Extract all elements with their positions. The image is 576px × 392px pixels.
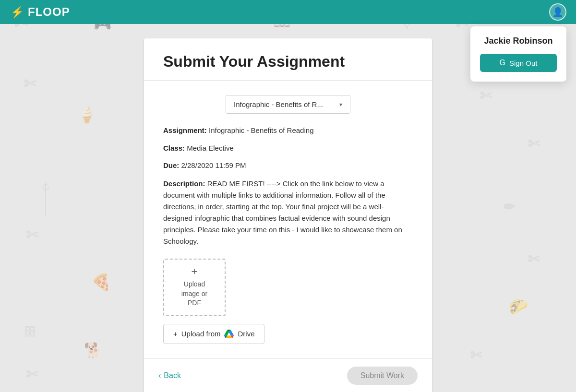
assignment-label: Assignment: — [163, 126, 207, 134]
card-header: Submit Your Assignment — [144, 38, 432, 81]
description-row: Description: READ ME FIRST! ----> Click … — [163, 178, 413, 247]
due-label: Due: — [163, 161, 179, 169]
upload-file-button[interactable]: + Upload image or PDF — [163, 259, 226, 316]
due-value: 2/28/2020 11:59 PM — [181, 161, 246, 169]
card-footer: ‹ Back Submit Work — [144, 358, 432, 392]
back-button[interactable]: ‹ Back — [158, 371, 181, 380]
svg-text:⚡: ⚡ — [11, 6, 24, 19]
assignment-row: Assignment: Infographic - Benefits of Re… — [163, 125, 413, 136]
class-row: Class: Media Elective — [163, 143, 413, 154]
description-label: Description: — [163, 179, 205, 188]
assignment-select-wrapper: Infographic - Benefits of R... ▾ — [163, 95, 413, 114]
floop-logo-icon: ⚡ — [10, 4, 25, 20]
logo-text: FLOOP — [28, 5, 70, 19]
submit-work-button[interactable]: Submit Work — [347, 367, 418, 385]
app-header: ⚡ FLOOP 👤 — [0, 0, 576, 24]
description-value: READ ME FIRST! ----> Click on the link b… — [163, 179, 402, 245]
card-body: Infographic - Benefits of R... ▾ Assignm… — [144, 81, 432, 358]
google-drive-icon — [224, 329, 234, 339]
plus-icon: + — [192, 266, 198, 277]
upload-section: + Upload image or PDF + Upload from — [163, 259, 413, 344]
class-label: Class: — [163, 144, 185, 152]
assignment-dropdown[interactable]: Infographic - Benefits of R... ▾ — [226, 95, 350, 114]
assignment-value: Infographic - Benefits of Reading — [209, 126, 313, 134]
avatar-button[interactable]: 👤 — [549, 3, 566, 21]
chevron-down-icon: ▾ — [339, 101, 342, 108]
assignment-card: Submit Your Assignment Infographic - Ben… — [144, 38, 432, 392]
google-icon: G — [500, 59, 505, 67]
upload-from-text: Upload from — [181, 330, 221, 338]
upload-from-drive-button[interactable]: + Upload from Drive — [163, 324, 264, 344]
drive-label: Drive — [238, 330, 254, 338]
page-title: Submit Your Assignment — [163, 53, 413, 71]
back-chevron-icon: ‹ — [158, 371, 161, 380]
due-row: Due: 2/28/2020 11:59 PM — [163, 160, 413, 171]
person-icon: 👤 — [552, 7, 563, 17]
sign-out-button[interactable]: G Sign Out — [480, 54, 557, 72]
user-dropdown: Jackie Robinson G Sign Out — [470, 26, 566, 82]
selected-assignment-text: Infographic - Benefits of R... — [234, 100, 323, 108]
class-value: Media Elective — [187, 144, 234, 152]
upload-label: Upload image or PDF — [181, 280, 207, 308]
user-name: Jackie Robinson — [480, 36, 557, 46]
logo: ⚡ FLOOP — [10, 4, 70, 20]
plus-icon-drive: + — [173, 330, 178, 338]
